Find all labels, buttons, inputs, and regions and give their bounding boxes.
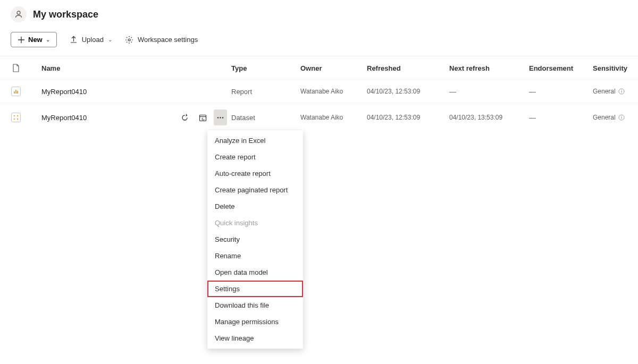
refresh-icon	[181, 114, 189, 122]
table-header-row: Name Type Owner Refreshed Next refresh E…	[0, 56, 638, 80]
svg-point-13	[217, 117, 219, 118]
row-refreshed: 04/10/23, 12:53:09	[367, 88, 449, 95]
menu-create-paginated-report[interactable]: Create paginated report	[207, 182, 303, 198]
content-table: Name Type Owner Refreshed Next refresh E…	[0, 56, 638, 132]
context-menu: Analyze in Excel Create report Auto-crea…	[207, 130, 303, 349]
menu-rename[interactable]: Rename	[207, 248, 303, 264]
upload-icon	[70, 36, 78, 44]
calendar-refresh-icon	[199, 114, 207, 122]
row-next-refresh: 04/10/23, 13:53:09	[449, 114, 529, 121]
column-header-next-refresh[interactable]: Next refresh	[449, 64, 529, 72]
svg-rect-7	[621, 91, 622, 93]
table-row[interactable]: MyReport0410 Report Watanabe Aiko 04/10/…	[0, 80, 638, 103]
svg-point-10	[14, 118, 15, 120]
plus-icon	[18, 36, 25, 44]
svg-point-9	[17, 115, 18, 116]
svg-rect-18	[621, 117, 622, 119]
workspace-title: My workspace	[33, 9, 98, 20]
more-options-button[interactable]	[214, 109, 227, 125]
workspace-avatar	[11, 6, 27, 22]
svg-rect-3	[15, 90, 16, 94]
svg-point-15	[222, 117, 223, 118]
menu-open-data-model[interactable]: Open data model	[207, 264, 303, 281]
column-header-endorsement[interactable]: Endorsement	[529, 64, 593, 72]
menu-manage-permissions[interactable]: Manage permissions	[207, 314, 303, 330]
row-type-icon	[0, 113, 32, 122]
menu-view-lineage[interactable]: View lineage	[207, 330, 303, 346]
refresh-now-button[interactable]	[178, 109, 191, 125]
row-sensitivity: General	[593, 114, 638, 121]
svg-point-1	[128, 39, 130, 41]
menu-settings[interactable]: Settings	[207, 281, 303, 297]
gear-icon	[125, 36, 133, 44]
toolbar: New ⌄ Upload ⌄ Workspace settings	[0, 29, 638, 56]
row-endorsement: —	[529, 114, 593, 122]
column-header-owner[interactable]: Owner	[300, 64, 367, 72]
menu-download-file[interactable]: Download this file	[207, 297, 303, 314]
svg-point-0	[17, 11, 20, 14]
menu-create-report[interactable]: Create report	[207, 149, 303, 165]
svg-rect-4	[17, 91, 18, 94]
column-header-icon	[0, 64, 32, 72]
row-refreshed: 04/10/23, 12:53:09	[367, 114, 449, 121]
row-owner: Watanabe Aiko	[300, 114, 367, 121]
upload-button[interactable]: Upload ⌄	[70, 36, 112, 44]
person-icon	[14, 10, 23, 19]
more-horizontal-icon	[216, 114, 224, 122]
chevron-down-icon: ⌄	[108, 37, 112, 43]
document-icon	[12, 64, 20, 72]
workspace-header: My workspace	[0, 0, 638, 29]
column-header-name[interactable]: Name	[32, 64, 178, 72]
column-header-refreshed[interactable]: Refreshed	[367, 64, 449, 72]
menu-security[interactable]: Security	[207, 231, 303, 248]
column-header-sensitivity[interactable]: Sensitivity	[593, 64, 638, 72]
upload-label: Upload	[82, 36, 104, 44]
svg-point-8	[14, 115, 15, 116]
menu-auto-create-report[interactable]: Auto-create report	[207, 165, 303, 182]
row-sensitivity: General	[593, 88, 638, 95]
dataset-icon	[13, 115, 19, 120]
row-type: Dataset	[231, 114, 300, 122]
row-owner: Watanabe Aiko	[300, 88, 367, 95]
svg-point-6	[621, 90, 622, 90]
menu-quick-insights: Quick insights	[207, 215, 303, 231]
row-type-icon	[0, 87, 32, 96]
workspace-settings-button[interactable]: Workspace settings	[125, 36, 198, 44]
row-name[interactable]: MyReport0410	[32, 88, 178, 96]
info-icon	[618, 88, 625, 95]
workspace-settings-label: Workspace settings	[138, 36, 198, 44]
table-row[interactable]: MyReport0410	[0, 103, 638, 132]
row-next-refresh: —	[449, 88, 529, 96]
row-name[interactable]: MyReport0410	[32, 114, 178, 122]
column-header-type[interactable]: Type	[231, 64, 300, 72]
menu-analyze-excel[interactable]: Analyze in Excel	[207, 132, 303, 149]
new-button-label: New	[28, 36, 43, 44]
svg-point-11	[17, 118, 18, 120]
row-type: Report	[231, 88, 300, 96]
svg-point-14	[220, 117, 221, 118]
chevron-down-icon: ⌄	[46, 37, 50, 43]
row-endorsement: —	[529, 88, 593, 96]
info-icon	[618, 114, 625, 121]
svg-rect-2	[14, 91, 15, 94]
svg-point-17	[621, 116, 622, 116]
menu-delete[interactable]: Delete	[207, 198, 303, 215]
new-button[interactable]: New ⌄	[11, 32, 57, 47]
schedule-refresh-button[interactable]	[196, 109, 209, 125]
report-icon	[13, 89, 19, 94]
